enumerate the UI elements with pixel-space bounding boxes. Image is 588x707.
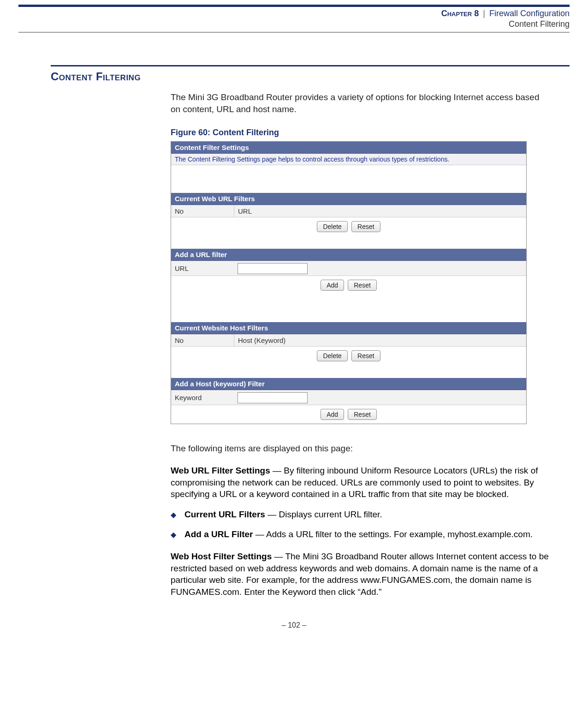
- bullet2-bold: Add a URL Filter: [184, 529, 253, 539]
- col-header-host: Host (Keyword): [234, 335, 526, 346]
- page-header: Chapter 8 | Firewall Configuration: [18, 9, 570, 18]
- col-header-url: URL: [234, 205, 526, 217]
- add-button[interactable]: Add: [321, 280, 344, 291]
- web-host-filter-para: Web Host Filter Settings — The Mini 3G B…: [171, 551, 551, 598]
- host-filters-header-row: No Host (Keyword): [171, 334, 526, 347]
- reset-button[interactable]: Reset: [348, 280, 377, 291]
- bullet1-bold: Current URL Filters: [184, 509, 265, 519]
- panel-title-url-filters: Current Web URL Filters: [171, 193, 526, 205]
- bullet-current-url-filters: ◆ Current URL Filters — Displays current…: [171, 509, 551, 521]
- keyword-input[interactable]: [238, 392, 308, 403]
- add-host-row: Keyword: [171, 390, 526, 405]
- add-url-button-row: Add Reset: [171, 276, 526, 294]
- header-underline: [18, 32, 570, 33]
- url-input[interactable]: [238, 263, 308, 274]
- header-separator: |: [481, 9, 487, 18]
- panel-title-add-host: Add a Host (keyword) Filter: [171, 378, 526, 390]
- url-filters-button-row: Delete Reset: [171, 217, 526, 236]
- panel-title-content-filter: Content Filter Settings: [171, 142, 526, 154]
- add-button[interactable]: Add: [321, 409, 344, 420]
- col-header-no: No: [171, 205, 234, 217]
- top-rule: [18, 5, 570, 7]
- description-lead: The following items are displayed on thi…: [171, 443, 551, 455]
- panel-title-add-url: Add a URL filter: [171, 249, 526, 261]
- chapter-subtitle: Content Filtering: [18, 19, 570, 29]
- label-url: URL: [171, 263, 234, 274]
- diamond-icon: ◆: [171, 509, 184, 521]
- web-url-filter-para: Web URL Filter Settings — By filtering i…: [171, 465, 551, 500]
- panel-helper-text: The Content Filtering Settings page help…: [171, 154, 526, 165]
- figure-caption: Figure 60: Content Filtering: [171, 128, 551, 138]
- reset-button[interactable]: Reset: [351, 221, 380, 232]
- reset-button[interactable]: Reset: [348, 409, 377, 420]
- bullet-add-url-filter: ◆ Add a URL Filter — Adds a URL filter t…: [171, 528, 551, 540]
- bullet1-text: — Displays current URL filter.: [265, 509, 382, 519]
- chapter-label: Chapter 8: [441, 9, 479, 18]
- add-url-row: URL: [171, 261, 526, 276]
- bullet2-text: — Adds a URL filter to the settings. For…: [253, 529, 533, 539]
- col-header-no: No: [171, 335, 234, 346]
- intro-paragraph: The Mini 3G Broadband Router provides a …: [171, 91, 551, 115]
- section-heading: Content Filtering: [51, 70, 588, 83]
- delete-button[interactable]: Delete: [317, 350, 347, 361]
- reset-button[interactable]: Reset: [351, 350, 380, 361]
- add-host-button-row: Add Reset: [171, 405, 526, 424]
- url-filters-header-row: No URL: [171, 205, 526, 217]
- web-host-filter-bold: Web Host Filter Settings: [171, 551, 272, 561]
- diamond-icon: ◆: [171, 528, 184, 540]
- label-keyword: Keyword: [171, 392, 234, 403]
- host-filters-button-row: Delete Reset: [171, 347, 526, 365]
- web-url-filter-bold: Web URL Filter Settings: [171, 466, 270, 475]
- screenshot-figure: Content Filter Settings The Content Filt…: [171, 141, 527, 424]
- page-number: – 102 –: [0, 621, 588, 629]
- delete-button[interactable]: Delete: [317, 221, 347, 232]
- panel-title-host-filters: Current Website Host Filters: [171, 322, 526, 334]
- section-rule: [51, 65, 570, 66]
- chapter-title: Firewall Configuration: [489, 9, 570, 18]
